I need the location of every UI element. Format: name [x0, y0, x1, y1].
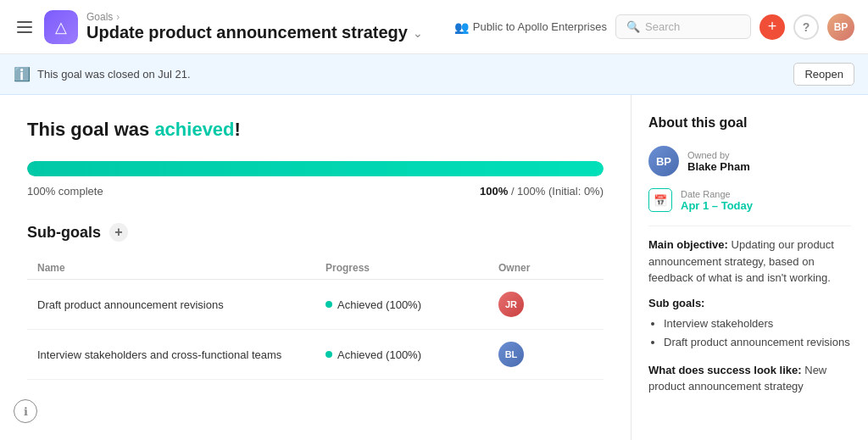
- search-bar[interactable]: 🔍 Search: [615, 14, 751, 39]
- avatar[interactable]: BP: [827, 14, 854, 41]
- notification-bar: ℹ️ This goal was closed on Jul 21. Reope…: [0, 54, 868, 95]
- progress-label-left: 100% complete: [27, 185, 103, 198]
- subgoals-header: Sub-goals +: [27, 223, 604, 242]
- header-left: △ Goals › Update product announcement st…: [14, 10, 444, 44]
- success-description: What does success look like: New product…: [648, 362, 851, 395]
- content-area: This goal was achieved! 100% complete 10…: [0, 95, 631, 440]
- owner-info: Owned by Blake Pham: [687, 150, 750, 173]
- menu-icon[interactable]: [14, 18, 36, 36]
- visibility-badge: 👥 Public to Apollo Enterprises: [454, 20, 607, 34]
- sidebar-owner-row: BP Owned by Blake Pham: [648, 146, 851, 176]
- progress-label-right: 100% / 100% (Initial: 0%): [480, 185, 604, 198]
- subgoal-name: Draft product announcement revisions: [27, 280, 315, 330]
- breadcrumb-area: Goals › Update product announcement stra…: [86, 11, 423, 42]
- search-icon: 🔍: [626, 20, 640, 33]
- subgoal-name: Interview stakeholders and cross-functio…: [27, 330, 315, 380]
- header: △ Goals › Update product announcement st…: [0, 0, 868, 54]
- info-circle-button[interactable]: ℹ: [14, 399, 37, 423]
- subgoal-owner-avatar: BL: [498, 342, 524, 367]
- sub-goals-label: Sub goals:: [648, 297, 851, 309]
- table-row: Interview stakeholders and cross-functio…: [27, 330, 604, 380]
- page-title-row: Update product announcement strategy ⌄: [86, 23, 423, 42]
- owner-avatar-large: BP: [648, 146, 679, 176]
- add-button[interactable]: +: [760, 14, 785, 40]
- table-row: Draft product announcement revisions Ach…: [27, 280, 604, 330]
- sub-goals-list: Interview stakeholdersDraft product anno…: [648, 315, 851, 352]
- owner-name: Blake Pham: [687, 160, 750, 173]
- date-value: Apr 1 – Today: [681, 199, 753, 212]
- sidebar-title: About this goal: [648, 115, 851, 131]
- calendar-icon: 📅: [648, 188, 672, 212]
- main-objective: Main objective: Updating our product ann…: [648, 237, 851, 287]
- achieved-word: achieved: [154, 119, 234, 140]
- achieved-dot: [326, 301, 332, 308]
- sidebar-divider: [648, 226, 851, 226]
- list-item: Draft product announcement revisions: [664, 333, 851, 352]
- people-icon: 👥: [454, 20, 469, 34]
- owner-label: Owned by: [687, 150, 750, 160]
- app-icon: △: [44, 10, 78, 44]
- progress-bar-container: [27, 161, 604, 176]
- search-placeholder: Search: [645, 20, 680, 33]
- visibility-label: Public to Apollo Enterprises: [473, 20, 607, 33]
- breadcrumb-arrow: ›: [116, 11, 120, 23]
- col-name: Name: [27, 257, 315, 280]
- achieved-dot: [326, 351, 332, 358]
- add-subgoal-button[interactable]: +: [109, 223, 128, 242]
- info-icon: ℹ️: [14, 66, 31, 82]
- breadcrumb-label[interactable]: Goals: [86, 11, 113, 23]
- progress-stats: 100% complete 100% / 100% (Initial: 0%): [27, 185, 604, 198]
- sidebar: About this goal BP Owned by Blake Pham 📅…: [631, 95, 868, 440]
- date-range-info: Date Range Apr 1 – Today: [681, 189, 753, 212]
- main-layout: This goal was achieved! 100% complete 10…: [0, 95, 868, 440]
- subgoals-title: Sub-goals: [27, 224, 101, 242]
- subgoal-progress: Achieved (100%): [326, 348, 478, 361]
- date-label: Date Range: [681, 189, 753, 199]
- notification-message: This goal was closed on Jul 21.: [37, 68, 191, 81]
- page-title: Update product announcement strategy: [86, 23, 408, 42]
- help-button[interactable]: ?: [793, 14, 819, 40]
- header-right: 👥 Public to Apollo Enterprises 🔍 Search …: [454, 14, 854, 41]
- col-owner: Owner: [488, 257, 604, 280]
- breadcrumb: Goals ›: [86, 11, 423, 23]
- subgoal-owner-avatar: JR: [498, 292, 524, 317]
- subgoals-table: Name Progress Owner Draft product announ…: [27, 257, 604, 380]
- chevron-down-icon[interactable]: ⌄: [413, 26, 423, 40]
- reopen-button[interactable]: Reopen: [793, 63, 854, 86]
- progress-bar-fill: [27, 161, 604, 176]
- goal-status-title: This goal was achieved!: [27, 119, 604, 141]
- notification-text: ℹ️ This goal was closed on Jul 21.: [14, 66, 191, 82]
- subgoal-progress: Achieved (100%): [326, 298, 478, 311]
- list-item: Interview stakeholders: [664, 315, 851, 333]
- date-range-row: 📅 Date Range Apr 1 – Today: [648, 188, 851, 212]
- col-progress: Progress: [315, 257, 488, 280]
